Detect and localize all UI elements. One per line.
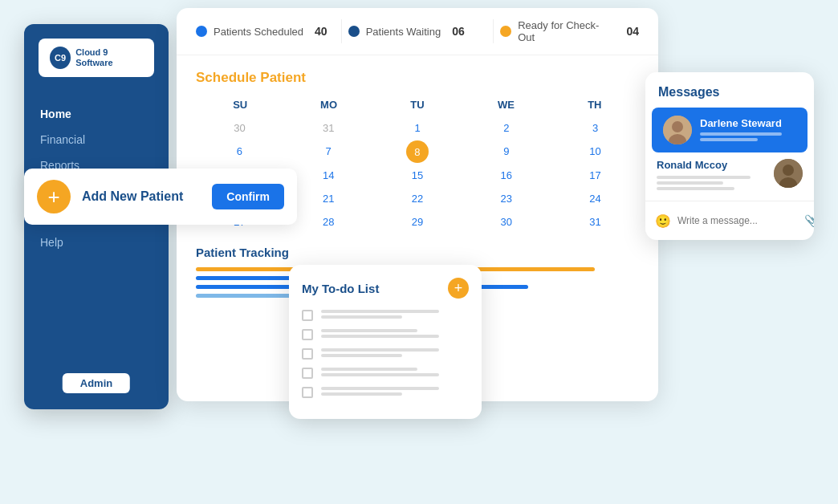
darlene-avatar [663, 116, 692, 144]
logo-text: Cloud 9 Software [75, 47, 143, 68]
todo-line-5b [321, 392, 402, 396]
messages-title: Messages [645, 72, 814, 108]
todo-line-group-1 [321, 310, 469, 321]
cal-cell-28[interactable]: 28 [285, 211, 372, 233]
attachment-icon[interactable]: 📎 [804, 214, 814, 227]
todo-card: My To-do List + [289, 265, 482, 419]
cal-cell-23[interactable]: 23 [462, 188, 550, 209]
sidebar-item-financial[interactable]: Financial [40, 127, 153, 152]
todo-item-4 [302, 368, 469, 379]
cal-cell-24[interactable]: 24 [551, 188, 639, 209]
msg-line-2 [700, 138, 758, 141]
todo-checkbox-1[interactable] [302, 310, 313, 321]
cal-cell-2[interactable]: 2 [462, 117, 550, 139]
todo-line-3b [321, 354, 402, 357]
sidebar-item-home[interactable]: Home [40, 101, 153, 127]
day-mo: MO [284, 99, 372, 111]
todo-line-group-2 [321, 329, 469, 340]
cal-cell-31b[interactable]: 31 [551, 211, 639, 233]
todo-line-2a [321, 329, 417, 332]
ronald-content: Ronald Mccoy [657, 159, 767, 193]
darlene-lines [700, 132, 796, 141]
todo-line-5a [321, 387, 439, 390]
add-patient-icon[interactable]: + [37, 180, 71, 213]
cal-cell-8-today[interactable]: 8 [406, 140, 429, 163]
checkout-dot [500, 26, 511, 37]
todo-item-3 [302, 348, 469, 360]
scheduled-label: Patients Scheduled [214, 26, 303, 38]
cal-cell-15[interactable]: 15 [374, 165, 462, 186]
ronald-line-1 [657, 176, 751, 179]
todo-line-4b [321, 373, 439, 376]
stat-scheduled: Patients Scheduled 40 [196, 25, 335, 38]
cal-cell-16[interactable]: 16 [462, 165, 550, 186]
stats-bar: Patients Scheduled 40 Patients Waiting 0… [177, 8, 658, 55]
todo-line-group-4 [321, 368, 469, 379]
add-patient-bar: + Add New Patient Confirm [24, 169, 297, 225]
todo-line-group-5 [321, 387, 469, 398]
todo-line-1a [321, 310, 439, 313]
todo-checkbox-3[interactable] [302, 348, 313, 360]
waiting-label: Patients Waiting [366, 26, 441, 38]
ronald-name: Ronald Mccoy [657, 159, 767, 171]
checkout-label: Ready for Check-Out [518, 19, 615, 43]
messages-card: Messages Darlene Steward Ronald Mccoy [645, 72, 814, 240]
cal-cell-10[interactable]: 10 [551, 140, 639, 163]
cal-cell-3[interactable]: 3 [551, 117, 639, 139]
darlene-name: Darlene Steward [700, 117, 796, 129]
todo-line-1b [321, 315, 402, 319]
message-item-ronald[interactable]: Ronald Mccoy [645, 152, 814, 196]
cal-cell-31[interactable]: 31 [285, 117, 372, 139]
darlene-content: Darlene Steward [700, 117, 796, 144]
cal-cell-22[interactable]: 22 [374, 188, 462, 209]
message-input[interactable] [677, 215, 798, 226]
todo-header: My To-do List + [302, 278, 469, 299]
todo-line-group-3 [321, 348, 469, 360]
calendar-header: SU MO TU WE TH [196, 99, 639, 111]
checkout-value: 04 [626, 25, 639, 38]
todo-line-2b [321, 335, 439, 338]
stat-divider-1 [341, 19, 342, 43]
svg-point-4 [783, 165, 794, 176]
scheduled-value: 40 [315, 25, 327, 38]
msg-line-1 [700, 132, 782, 136]
cal-cell-30[interactable]: 30 [196, 117, 283, 139]
cal-cell-30b[interactable]: 30 [462, 211, 550, 233]
emoji-icon[interactable]: 🙂 [655, 213, 671, 229]
stat-checkout: Ready for Check-Out 04 [500, 19, 639, 43]
cal-cell-17[interactable]: 17 [551, 165, 639, 186]
cal-cell-7[interactable]: 7 [285, 140, 372, 163]
cal-cell-14[interactable]: 14 [285, 165, 372, 186]
todo-title: My To-do List [302, 282, 379, 295]
todo-checkbox-5[interactable] [302, 387, 313, 398]
todo-checkbox-4[interactable] [302, 368, 313, 379]
confirm-button[interactable]: Confirm [212, 184, 284, 209]
todo-item-5 [302, 387, 469, 398]
ronald-avatar [774, 159, 803, 188]
todo-item-2 [302, 329, 469, 340]
schedule-title: Schedule Patient [196, 70, 639, 86]
sidebar-admin-label: Admin [63, 373, 130, 393]
add-patient-label: Add New Patient [82, 189, 201, 204]
cal-cell-6[interactable]: 6 [196, 140, 283, 163]
cal-cell-1[interactable]: 1 [374, 117, 462, 139]
day-su: SU [196, 99, 284, 111]
svg-point-1 [672, 121, 683, 132]
waiting-dot [348, 26, 360, 37]
stat-waiting: Patients Waiting 06 [348, 25, 487, 38]
ronald-line-2 [657, 181, 723, 185]
cal-cell-9[interactable]: 9 [462, 140, 550, 163]
todo-line-4a [321, 368, 417, 371]
todo-checkbox-2[interactable] [302, 329, 313, 340]
todo-add-button[interactable]: + [448, 278, 469, 299]
ronald-line-3 [657, 187, 734, 190]
day-we: WE [462, 99, 550, 111]
message-item-darlene[interactable]: Darlene Steward [652, 108, 807, 152]
cal-cell-29[interactable]: 29 [374, 211, 462, 233]
sidebar-item-help[interactable]: Help [40, 230, 153, 255]
waiting-value: 06 [452, 25, 465, 38]
tracking-title: Patient Tracking [196, 246, 639, 259]
cal-cell-21[interactable]: 21 [285, 188, 372, 209]
message-input-bar: 🙂 📎 ▶ [645, 201, 814, 240]
stat-divider-2 [493, 19, 494, 43]
